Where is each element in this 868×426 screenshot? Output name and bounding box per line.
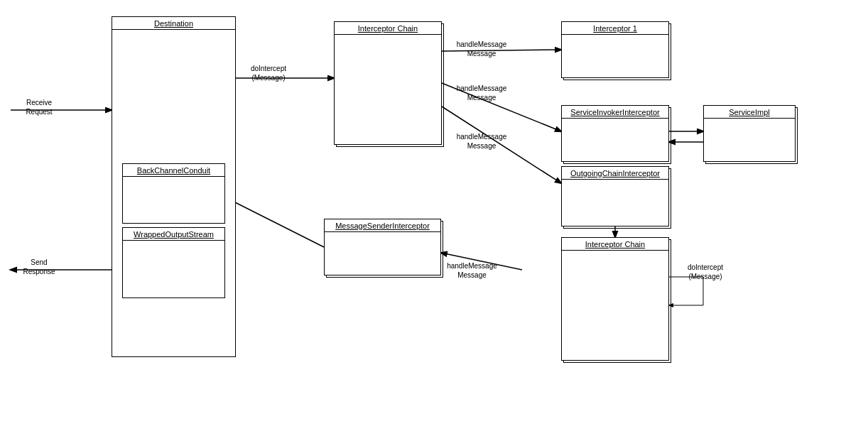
- service-invoker-interceptor-box: ServiceInvokerInterceptor: [561, 105, 669, 162]
- handle-message-1-label: handleMessage Message: [446, 40, 517, 58]
- back-channel-conduit-title: BackChannelConduit: [123, 164, 224, 177]
- destination-title: Destination: [112, 17, 235, 30]
- service-impl-title: ServiceImpl: [704, 106, 795, 119]
- outgoing-chain-interceptor-title: OutgoingChainInterceptor: [562, 167, 668, 180]
- handle-message-2-label: handleMessage Message: [446, 84, 517, 102]
- interceptor-1-title: Interceptor 1: [562, 22, 668, 35]
- back-channel-conduit-box: BackChannelConduit: [122, 163, 225, 224]
- message-sender-interceptor-title: MessageSenderInterceptor: [325, 219, 440, 232]
- svg-line-13: [225, 197, 324, 247]
- send-response-label: Send Response: [11, 258, 67, 276]
- interceptor-chain-2-title: Interceptor Chain: [562, 238, 668, 251]
- service-invoker-interceptor-title: ServiceInvokerInterceptor: [562, 106, 668, 119]
- message-sender-interceptor-box: MessageSenderInterceptor: [324, 219, 441, 275]
- architecture-diagram: Destination BackChannelConduit WrappedOu…: [0, 0, 868, 426]
- do-intercept-2-label: doIntercept (Message): [673, 263, 737, 281]
- handle-message-4-label: handleMessage Message: [435, 261, 509, 280]
- service-impl-box: ServiceImpl: [703, 105, 796, 162]
- interceptor-1-box: Interceptor 1: [561, 21, 669, 78]
- interceptor-chain-2-box: Interceptor Chain: [561, 237, 669, 361]
- outgoing-chain-interceptor-box: OutgoingChainInterceptor: [561, 166, 669, 226]
- wrapped-output-stream-title: WrappedOutputStream: [123, 228, 224, 241]
- interceptor-chain-1-box: Interceptor Chain: [334, 21, 442, 145]
- handle-message-3-label: handleMessage Message: [446, 132, 517, 151]
- do-intercept-1-label: doIntercept (Message): [237, 64, 300, 82]
- wrapped-output-stream-box: WrappedOutputStream: [122, 227, 225, 298]
- interceptor-chain-1-title: Interceptor Chain: [335, 22, 441, 35]
- receive-request-label: Receive Request: [11, 98, 67, 116]
